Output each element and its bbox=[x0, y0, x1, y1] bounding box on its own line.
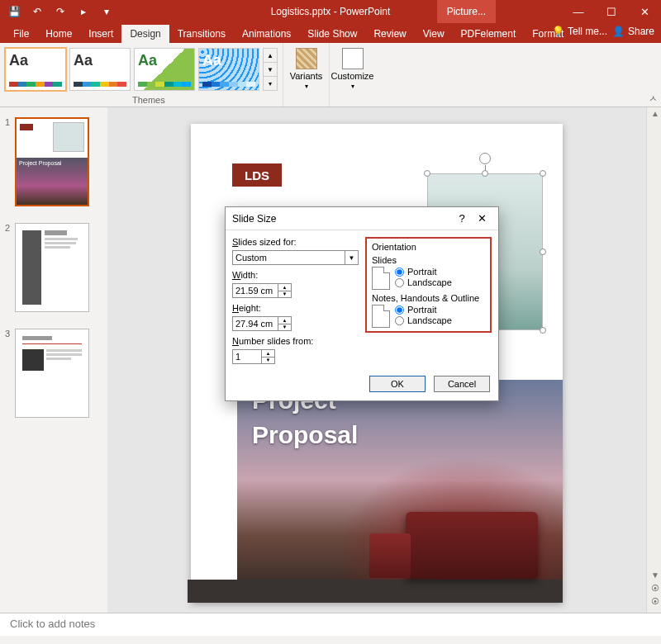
logo[interactable]: LDS bbox=[232, 163, 282, 187]
quick-access-toolbar: 💾 ↶ ↷ ▸ ▾ bbox=[0, 4, 114, 19]
save-icon[interactable]: 💾 bbox=[7, 4, 21, 19]
spin-up-icon[interactable]: ▲ bbox=[278, 317, 291, 324]
qat-more-icon[interactable]: ▾ bbox=[99, 4, 114, 19]
customize-button[interactable]: Customize ▾ bbox=[329, 43, 375, 107]
status-bar bbox=[0, 636, 661, 644]
context-tab-picture[interactable]: Picture... bbox=[437, 0, 496, 23]
ribbon-tab-strip: File Home Insert Design Transitions Anim… bbox=[0, 23, 661, 43]
notes-portrait-radio[interactable]: Portrait bbox=[395, 305, 452, 315]
ribbon: Aa Aa Aa Aa ▲ ▼ ▾ Themes Variants ▾ Cust… bbox=[0, 43, 661, 107]
prev-slide-icon[interactable]: ⦿ bbox=[651, 584, 659, 593]
start-show-icon[interactable]: ▸ bbox=[76, 4, 91, 19]
theme-swatch[interactable]: Aa bbox=[198, 48, 259, 91]
undo-icon[interactable]: ↶ bbox=[30, 4, 45, 19]
collapse-ribbon-icon[interactable]: ㅅ bbox=[649, 92, 658, 105]
tab-home[interactable]: Home bbox=[37, 25, 80, 43]
orientation-label: Orientation bbox=[372, 242, 485, 252]
thumbnail-1[interactable]: 1 Project Proposal bbox=[5, 117, 102, 206]
next-slide-icon[interactable]: ⦿ bbox=[651, 597, 659, 606]
scroll-down-icon[interactable]: ▼ bbox=[651, 571, 659, 580]
width-input[interactable]: 21.59 cm ▲▼ bbox=[232, 283, 292, 298]
scroll-up-icon[interactable]: ▲ bbox=[651, 109, 659, 118]
slides-sized-for-select[interactable]: Custom ▼ bbox=[232, 250, 359, 265]
page-portrait-icon bbox=[372, 305, 390, 328]
dialog-title: Slide Size bbox=[232, 213, 276, 225]
spin-up-icon[interactable]: ▲ bbox=[262, 350, 274, 358]
notes-orientation-label: Notes, Handouts & Outline bbox=[372, 293, 485, 303]
redo-icon[interactable]: ↷ bbox=[53, 4, 68, 19]
spin-down-icon[interactable]: ▼ bbox=[278, 324, 291, 331]
spin-down-icon[interactable]: ▼ bbox=[278, 291, 291, 298]
theme-swatch[interactable]: Aa bbox=[69, 48, 131, 91]
spin-up-icon[interactable]: ▲ bbox=[278, 284, 291, 291]
help-button[interactable]: ? bbox=[452, 212, 472, 225]
thumbnail-3[interactable]: 3 bbox=[5, 329, 102, 418]
variants-icon bbox=[296, 48, 317, 69]
slide-size-dialog: Slide Size ? ✕ Slides sized for: Custom … bbox=[225, 206, 499, 401]
resize-handle[interactable] bbox=[482, 170, 488, 177]
ok-button[interactable]: OK bbox=[369, 376, 426, 392]
spin-down-icon[interactable]: ▼ bbox=[262, 358, 274, 364]
resize-handle[interactable] bbox=[424, 170, 430, 177]
slides-landscape-radio[interactable]: Landscape bbox=[395, 277, 452, 287]
title-line-2: Proposal bbox=[237, 414, 563, 449]
slides-orientation-label: Slides bbox=[372, 255, 485, 265]
theme-gallery-more[interactable]: ▲ ▼ ▾ bbox=[263, 48, 278, 91]
tab-slideshow[interactable]: Slide Show bbox=[299, 25, 365, 43]
page-portrait-icon bbox=[372, 267, 390, 290]
orientation-group: Orientation Slides Portrait Landscape No… bbox=[365, 237, 492, 333]
tab-view[interactable]: View bbox=[415, 25, 453, 43]
minimize-button[interactable]: — bbox=[562, 0, 595, 23]
vertical-scrollbar[interactable]: ▲ ▼ ⦿ ⦿ bbox=[646, 107, 661, 613]
close-button[interactable]: ✕ bbox=[628, 0, 661, 23]
thumbnail-2[interactable]: 2 bbox=[5, 223, 102, 312]
height-input[interactable]: 27.94 cm ▲▼ bbox=[232, 316, 292, 331]
title-bar: 💾 ↶ ↷ ▸ ▾ Logistics.pptx - PowerPoint Pi… bbox=[0, 0, 661, 23]
dialog-close-button[interactable]: ✕ bbox=[472, 212, 492, 225]
customize-icon bbox=[342, 48, 364, 69]
themes-label: Themes bbox=[132, 95, 165, 105]
tab-pdfelement[interactable]: PDFelement bbox=[453, 25, 525, 43]
chevron-down-icon[interactable]: ▼ bbox=[345, 251, 358, 264]
window-title: Logistics.pptx - PowerPoint bbox=[271, 6, 391, 17]
number-from-input[interactable]: 1 ▲▼ bbox=[232, 349, 275, 364]
slides-portrait-radio[interactable]: Portrait bbox=[395, 267, 452, 277]
resize-handle[interactable] bbox=[540, 170, 546, 177]
theme-swatch[interactable]: Aa bbox=[5, 48, 66, 91]
slide-thumbnail-pane[interactable]: 1 Project Proposal 2 3 bbox=[0, 107, 107, 613]
resize-handle[interactable] bbox=[540, 249, 546, 255]
theme-swatch[interactable]: Aa bbox=[134, 48, 195, 91]
number-from-label: Number slides from: bbox=[232, 336, 359, 346]
tab-insert[interactable]: Insert bbox=[80, 25, 121, 43]
cancel-button[interactable]: Cancel bbox=[434, 376, 490, 392]
height-label: Height: bbox=[232, 303, 359, 313]
tab-animations[interactable]: Animations bbox=[234, 25, 299, 43]
slides-sized-for-label: Slides sized for: bbox=[232, 237, 359, 247]
variants-button[interactable]: Variants ▾ bbox=[283, 43, 329, 107]
tab-file[interactable]: File bbox=[5, 25, 37, 43]
tell-me[interactable]: 💡 Tell me... bbox=[552, 26, 607, 37]
width-label: Width: bbox=[232, 270, 359, 280]
tab-review[interactable]: Review bbox=[365, 25, 414, 43]
resize-handle[interactable] bbox=[540, 327, 546, 334]
tab-transitions[interactable]: Transitions bbox=[169, 25, 234, 43]
restore-button[interactable]: ☐ bbox=[595, 0, 628, 23]
notes-pane[interactable]: Click to add notes bbox=[0, 613, 661, 636]
rotate-handle-icon[interactable] bbox=[479, 153, 491, 164]
share-button[interactable]: 👤 Share bbox=[612, 26, 654, 37]
hero-image[interactable]: Project Proposal bbox=[237, 380, 563, 603]
notes-landscape-radio[interactable]: Landscape bbox=[395, 315, 452, 325]
tab-design[interactable]: Design bbox=[121, 25, 169, 43]
